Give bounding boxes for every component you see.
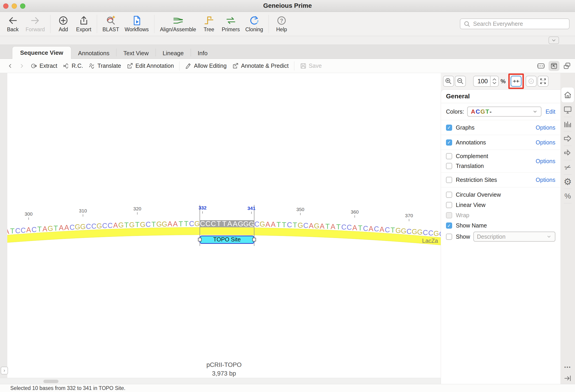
zoom-in-button[interactable]: [443, 76, 454, 87]
sequence-base[interactable]: A: [265, 220, 270, 228]
zoom-out-button[interactable]: [455, 76, 466, 87]
auto-zoom-button[interactable]: A: [526, 76, 537, 87]
sequence-base[interactable]: C: [439, 230, 441, 238]
annotations-panel-tab[interactable]: [561, 132, 574, 145]
sequence-base[interactable]: T: [282, 221, 286, 229]
circular-overview-checkbox[interactable]: [446, 192, 452, 198]
wrap-checkbox[interactable]: [446, 212, 452, 218]
sequence-base[interactable]: C: [31, 226, 37, 234]
sequence-base[interactable]: A: [369, 225, 373, 233]
sequence-base[interactable]: C: [374, 225, 379, 233]
sequence-base[interactable]: G: [243, 220, 249, 228]
tree-button[interactable]: Tree: [202, 15, 216, 33]
sequence-base[interactable]: G: [249, 220, 254, 228]
sequence-base[interactable]: G: [417, 228, 423, 236]
sequence-base[interactable]: C: [428, 229, 433, 237]
new-window-icon[interactable]: [563, 62, 571, 70]
tab-sequence-view[interactable]: Sequence View: [12, 46, 71, 59]
sequence-base[interactable]: C: [347, 223, 352, 231]
sequence-base[interactable]: G: [238, 220, 243, 228]
general-panel-tab[interactable]: [561, 87, 574, 103]
zoom-stepper[interactable]: [490, 76, 498, 86]
sequence-base[interactable]: C: [91, 222, 96, 230]
zoom-window-button[interactable]: [20, 3, 25, 9]
search-input[interactable]: Search Everywhere: [460, 19, 570, 29]
sequence-base[interactable]: T: [10, 227, 14, 235]
annotate-predict-button[interactable]: ? Annotate & Predict: [232, 63, 288, 69]
sequence-base[interactable]: T: [184, 220, 188, 228]
restriction-panel-tab[interactable]: ✂: [561, 161, 574, 174]
sequence-base[interactable]: A: [352, 224, 357, 232]
show-checkbox[interactable]: [446, 234, 452, 240]
sequence-base[interactable]: A: [227, 220, 232, 228]
sequence-base[interactable]: A: [43, 225, 47, 233]
sequence-base[interactable]: A: [7, 227, 9, 236]
add-button[interactable]: Add: [56, 15, 71, 33]
sequence-canvas[interactable]: LacZa300310320332341350360370ATCCACTAGTA…: [7, 73, 441, 378]
sequence-base[interactable]: C: [423, 229, 428, 237]
sequence-base[interactable]: G: [96, 222, 102, 230]
sequence-base[interactable]: G: [129, 221, 135, 229]
display-panel-tab[interactable]: [561, 104, 574, 116]
sequence-base[interactable]: C: [189, 220, 194, 228]
graphs-panel-tab[interactable]: [561, 118, 574, 130]
sequence-base[interactable]: T: [222, 220, 227, 228]
zoom-level-value[interactable]: 100: [474, 76, 490, 86]
sequence-base[interactable]: C: [86, 222, 91, 230]
zoom-to-selection-button[interactable]: [511, 76, 522, 87]
advanced-panel-tab[interactable]: ⚙: [561, 175, 574, 188]
sequence-base[interactable]: T: [358, 224, 362, 232]
sequence-base[interactable]: C: [70, 223, 75, 231]
horizontal-scrollbar[interactable]: [0, 378, 441, 384]
sequence-base[interactable]: G: [314, 222, 319, 230]
sequence-base[interactable]: A: [26, 226, 31, 234]
sequence-base[interactable]: T: [179, 220, 183, 228]
sequence-base[interactable]: T: [124, 221, 129, 229]
split-view-icon[interactable]: [537, 62, 545, 70]
scrollbar-thumb[interactable]: [43, 380, 58, 383]
identity-panel-tab[interactable]: %: [561, 190, 574, 202]
save-button[interactable]: Save: [300, 63, 322, 69]
close-button[interactable]: [3, 3, 8, 9]
sidebar-expander-button[interactable]: ›: [1, 367, 8, 374]
extract-button[interactable]: Extract: [31, 63, 57, 69]
sequence-base[interactable]: G: [156, 220, 162, 228]
translation-checkbox[interactable]: [446, 163, 452, 169]
sequence-base[interactable]: T: [135, 221, 140, 229]
sequence-base[interactable]: C: [102, 222, 107, 230]
selection-handle[interactable]: [198, 238, 201, 241]
colors-dropdown[interactable]: A C G T -: [467, 107, 541, 117]
sequence-base[interactable]: G: [75, 223, 80, 231]
sequence-base[interactable]: G: [80, 223, 86, 231]
sequence-base[interactable]: G: [298, 221, 303, 229]
annotate-predict-panel-tab[interactable]: ?: [561, 147, 574, 159]
sequence-base[interactable]: A: [64, 224, 69, 232]
edit-annotation-button[interactable]: Edit Annotation: [126, 63, 174, 69]
collapse-panel-icon[interactable]: [564, 374, 572, 382]
sequence-base[interactable]: C: [303, 221, 308, 230]
sequence-base[interactable]: C: [15, 227, 20, 235]
graphs-options-link[interactable]: Options: [536, 124, 555, 131]
help-button[interactable]: ? Help: [274, 15, 289, 33]
sequence-base[interactable]: T: [151, 220, 156, 228]
graphs-checkbox[interactable]: ✓: [446, 125, 452, 131]
primers-button[interactable]: Primers: [222, 15, 240, 33]
show-name-checkbox[interactable]: ✓: [446, 222, 452, 229]
sequence-base[interactable]: G: [260, 220, 265, 228]
selection-handle[interactable]: [253, 238, 256, 241]
sequence-base[interactable]: C: [108, 221, 113, 230]
sequence-base[interactable]: A: [331, 223, 335, 231]
sequence-base[interactable]: T: [336, 223, 340, 231]
sequence-base[interactable]: G: [194, 220, 200, 228]
sequence-base[interactable]: G: [48, 224, 53, 233]
sequence-base[interactable]: A: [380, 225, 384, 233]
sequence-base[interactable]: G: [401, 227, 406, 235]
complement-checkbox[interactable]: [446, 153, 452, 159]
forward-button[interactable]: Forward: [25, 15, 45, 33]
tab-info[interactable]: Info: [191, 48, 215, 59]
sequence-base[interactable]: A: [233, 220, 238, 228]
sequence-base[interactable]: C: [385, 226, 390, 234]
export-button[interactable]: Export: [76, 15, 91, 33]
sequence-base[interactable]: A: [168, 220, 172, 228]
annotations-checkbox[interactable]: ✓: [446, 139, 452, 146]
